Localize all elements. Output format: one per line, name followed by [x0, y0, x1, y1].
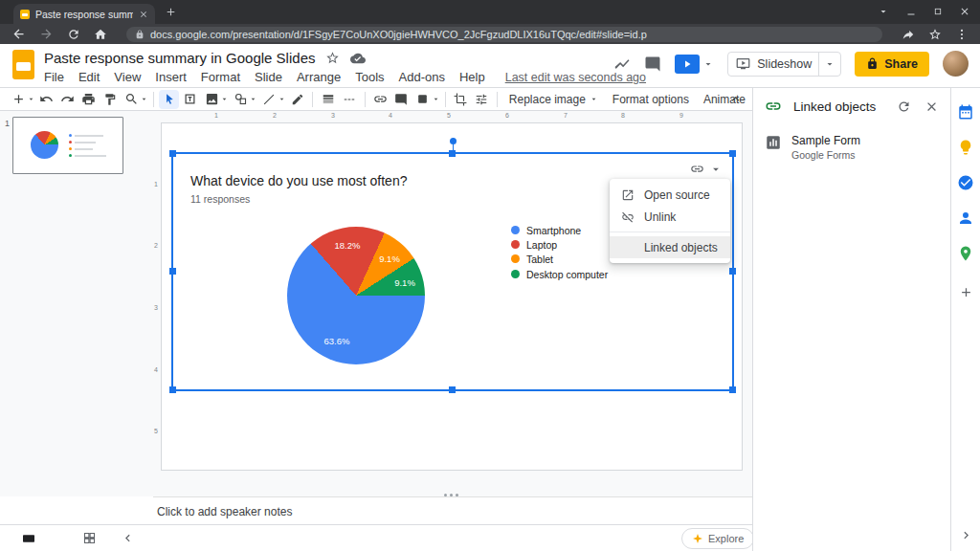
close-window-button[interactable] — [959, 6, 970, 17]
format-options-button[interactable]: Format options — [606, 89, 696, 110]
document-title[interactable]: Paste response summary in Google Slides — [44, 50, 315, 66]
add-comment-button[interactable] — [391, 90, 412, 109]
linked-chart-options-button[interactable] — [690, 162, 723, 176]
minimize-button[interactable] — [905, 6, 917, 17]
resize-handle[interactable] — [729, 268, 736, 275]
resize-handle[interactable] — [169, 268, 176, 275]
slide-canvas[interactable]: What device do you use most often? 11 re… — [161, 122, 743, 471]
pen-button[interactable] — [287, 90, 307, 109]
replace-image-button[interactable]: Replace image — [502, 89, 605, 110]
chevron-down-icon[interactable] — [432, 95, 440, 103]
insights-icon[interactable] — [613, 55, 631, 73]
browser-tab[interactable]: Paste response summary in Goo — [13, 4, 155, 24]
resize-handle[interactable] — [169, 150, 176, 157]
slides-logo[interactable] — [12, 50, 34, 79]
resize-handle[interactable] — [449, 150, 456, 157]
grid-view-button[interactable] — [82, 531, 97, 545]
collapse-filmstrip-button[interactable] — [121, 531, 135, 545]
menu-insert[interactable]: Insert — [155, 70, 187, 84]
notes-drag-handle[interactable] — [444, 494, 447, 496]
explore-button[interactable]: Explore — [681, 528, 754, 549]
crop-button[interactable] — [451, 90, 471, 109]
account-avatar[interactable] — [943, 51, 969, 77]
present-button[interactable] — [675, 55, 714, 74]
bookmark-star-icon[interactable] — [928, 28, 942, 41]
document-status-icon[interactable] — [350, 51, 366, 66]
new-slide-button[interactable] — [8, 90, 35, 109]
menu-tools[interactable]: Tools — [355, 70, 384, 84]
share-page-icon[interactable] — [902, 28, 915, 41]
tasks-icon[interactable] — [957, 174, 974, 191]
menu-item-unlink[interactable]: Unlink — [610, 206, 730, 228]
home-button[interactable] — [94, 28, 107, 41]
add-addon-button[interactable] — [959, 285, 973, 299]
menu-file[interactable]: File — [44, 70, 64, 84]
new-tab-button[interactable] — [165, 6, 177, 18]
chevron-down-icon[interactable] — [249, 95, 257, 103]
menu-item-open-source[interactable]: Open source — [610, 184, 730, 206]
text-box-button[interactable] — [180, 90, 200, 109]
slideshow-button[interactable]: Slideshow — [727, 52, 841, 77]
horizontal-ruler[interactable]: 1 2 3 4 5 6 7 8 9 — [153, 112, 752, 121]
contacts-icon[interactable] — [957, 209, 974, 227]
chevron-down-icon[interactable] — [709, 163, 723, 176]
refresh-panel-button[interactable] — [897, 99, 911, 114]
menu-view[interactable]: View — [114, 70, 141, 84]
maximize-button[interactable] — [933, 7, 943, 16]
maps-icon[interactable] — [957, 245, 974, 262]
adjust-image-button[interactable] — [472, 90, 492, 109]
menu-arrange[interactable]: Arrange — [297, 70, 341, 84]
comment-history-icon[interactable] — [644, 55, 661, 73]
menu-slide[interactable]: Slide — [255, 70, 282, 84]
resize-handle[interactable] — [729, 386, 736, 393]
border-dash-button[interactable] — [340, 90, 360, 109]
present-caret-icon[interactable] — [702, 58, 714, 70]
insert-line-button[interactable] — [258, 90, 286, 109]
filmstrip-view-button[interactable] — [21, 531, 36, 546]
star-document-icon[interactable] — [325, 51, 340, 65]
zoom-button[interactable] — [121, 90, 148, 109]
select-tool-button[interactable] — [159, 90, 179, 109]
browser-menu-icon[interactable] — [955, 28, 969, 41]
refresh-button[interactable] — [67, 28, 80, 41]
linked-object-item[interactable]: Sample Form Google Forms — [753, 124, 950, 170]
insert-shape-button[interactable] — [230, 90, 257, 109]
window-menu-icon[interactable] — [878, 6, 889, 17]
menu-addons[interactable]: Add-ons — [399, 70, 445, 84]
vertical-ruler[interactable]: 1 2 3 4 5 — [153, 122, 161, 471]
collapse-side-panel-button[interactable] — [959, 528, 973, 542]
chevron-down-icon[interactable] — [278, 95, 286, 103]
insert-link-button[interactable] — [370, 90, 390, 109]
chevron-down-icon[interactable] — [220, 95, 229, 103]
close-panel-button[interactable] — [924, 99, 939, 114]
animate-button[interactable]: Animate — [697, 89, 752, 110]
rotation-handle[interactable] — [450, 138, 457, 144]
chevron-down-icon[interactable] — [27, 95, 35, 103]
slide-thumbnail[interactable] — [12, 117, 123, 174]
menu-edit[interactable]: Edit — [78, 70, 100, 84]
calendar-icon[interactable] — [957, 103, 974, 121]
mask-image-button[interactable] — [412, 90, 440, 109]
address-bar[interactable]: docs.google.com/presentation/d/1FSgyE7Co… — [126, 27, 882, 42]
undo-button[interactable] — [36, 90, 56, 109]
resize-handle[interactable] — [729, 150, 736, 157]
forward-button[interactable] — [39, 27, 54, 41]
resize-handle[interactable] — [449, 386, 456, 393]
hide-menus-button[interactable] — [728, 92, 743, 106]
tab-close-icon[interactable] — [139, 10, 148, 19]
resize-handle[interactable] — [169, 386, 176, 393]
redo-button[interactable] — [57, 90, 78, 109]
insert-image-button[interactable] — [201, 90, 229, 109]
speaker-notes[interactable]: Click to add speaker notes — [153, 496, 752, 524]
speaker-notes-placeholder[interactable]: Click to add speaker notes — [157, 505, 292, 518]
back-button[interactable] — [11, 27, 26, 41]
site-security-lock-icon[interactable] — [135, 30, 145, 39]
slideshow-caret[interactable] — [818, 53, 840, 76]
chevron-down-icon[interactable] — [140, 95, 148, 103]
menu-help[interactable]: Help — [459, 70, 485, 84]
keep-icon[interactable] — [957, 139, 974, 156]
share-button[interactable]: Share — [855, 52, 929, 77]
menu-item-linked-objects[interactable]: Linked objects — [610, 236, 730, 258]
paint-format-button[interactable] — [100, 90, 120, 109]
print-button[interactable] — [78, 90, 99, 109]
